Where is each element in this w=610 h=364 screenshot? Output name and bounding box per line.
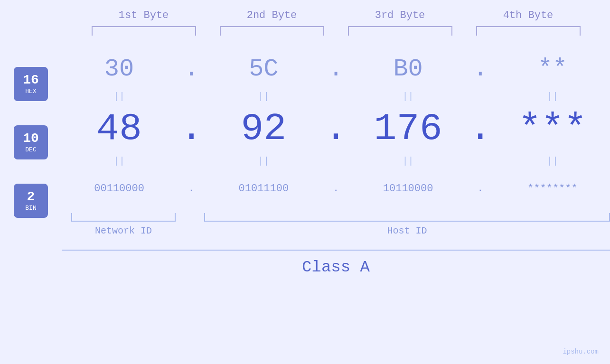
bracket-b2 [220, 26, 324, 36]
hex-b1: 30 [67, 55, 171, 83]
byte1-header: 1st Byte [92, 9, 196, 21]
bin-dot2: . [326, 183, 345, 195]
network-id-label: Network ID [95, 225, 152, 236]
badge-dec: 10 DEC [14, 125, 48, 159]
bracket-b4 [476, 26, 581, 36]
dec-dot3: . [471, 107, 490, 150]
top-bracket [80, 26, 592, 36]
badges-col: 16 HEX 10 DEC 2 BIN [0, 50, 62, 230]
hex-dot2: . [326, 55, 345, 83]
hex-dot3: . [471, 55, 490, 83]
hex-b3: B0 [356, 55, 460, 83]
footer: ipshu.com [563, 348, 599, 355]
dec-b1: 48 [67, 107, 171, 150]
dec-dot2: . [326, 107, 345, 150]
byte3-header: 3rd Byte [348, 9, 452, 21]
dec-b4: *** [500, 107, 605, 150]
eq2-b4: || [500, 156, 605, 167]
content-area: 16 HEX 10 DEC 2 BIN 30 [0, 50, 610, 276]
bin-b3: 10110000 [356, 183, 460, 195]
byte2-header: 2nd Byte [220, 9, 324, 21]
equals-row-2: || || || || [62, 152, 610, 169]
dec-b3: 176 [356, 107, 460, 150]
bottom-bracket-row: Network ID Host ID [62, 213, 610, 236]
badge-bin: 2 BIN [14, 184, 48, 218]
byte-headers: 1st Byte 2nd Byte 3rd Byte 4th Byte [80, 9, 592, 21]
class-label: Class A [302, 258, 370, 276]
bin-b1: 00110000 [67, 183, 171, 195]
network-bracket [71, 213, 176, 222]
class-area: Class A [62, 250, 610, 276]
hex-dot1: . [182, 55, 201, 83]
equals-row-1: || || || || [62, 88, 610, 105]
bracket-b1 [92, 26, 196, 36]
dec-b2: 92 [211, 107, 316, 150]
values-area: 30 . 5C . B0 . ** [62, 50, 610, 276]
dec-dot1: . [182, 107, 201, 150]
eq1-b2: || [211, 91, 316, 102]
host-id-label: Host ID [387, 225, 427, 236]
eq1-b3: || [356, 91, 460, 102]
byte4-header: 4th Byte [476, 9, 581, 21]
host-id-bracket-container: Host ID [204, 213, 610, 236]
badge-hex: 16 HEX [14, 67, 48, 101]
bin-dot3: . [471, 183, 490, 195]
hex-b2: 5C [211, 55, 316, 83]
bin-b2: 01011100 [211, 183, 316, 195]
bin-row: 00110000 . 01011100 . 10110000 . [62, 169, 610, 207]
eq1-b4: || [500, 91, 605, 102]
dec-row: 48 . 92 . 176 . *** [62, 105, 610, 152]
eq2-b1: || [67, 156, 171, 167]
bracket-b3 [348, 26, 452, 36]
hex-row: 30 . 5C . B0 . ** [62, 50, 610, 88]
badges-col-inner: 16 HEX 10 DEC 2 BIN [14, 55, 48, 230]
eq1-b1: || [67, 91, 171, 102]
network-id-bracket-container: Network ID [62, 213, 185, 236]
hex-b4: ** [500, 55, 605, 83]
bin-b4: ******** [500, 183, 605, 195]
host-bracket [204, 213, 610, 222]
main-container: 1st Byte 2nd Byte 3rd Byte 4th Byte 16 H… [0, 0, 610, 364]
eq2-b3: || [356, 156, 460, 167]
bin-dot1: . [182, 183, 201, 195]
eq2-b2: || [211, 156, 316, 167]
